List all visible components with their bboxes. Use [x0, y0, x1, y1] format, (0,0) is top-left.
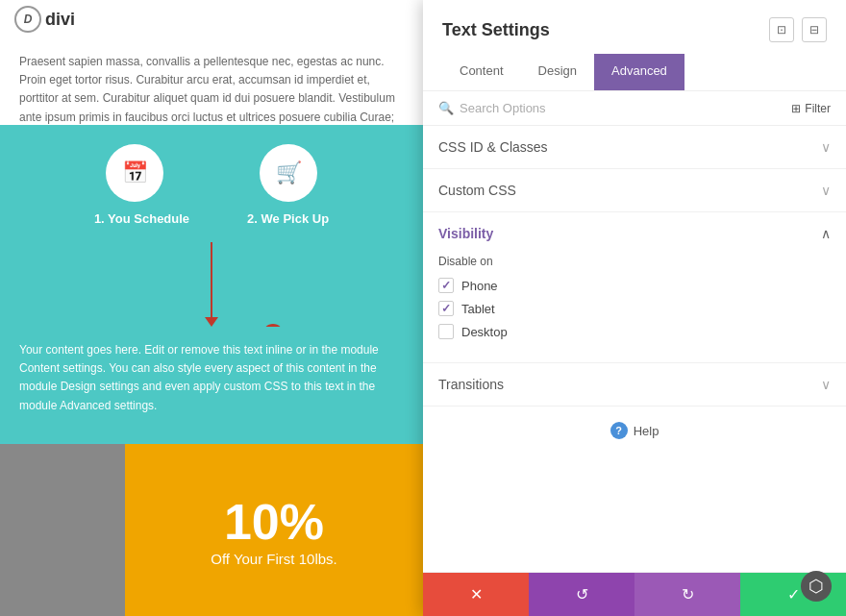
- arrow-down: [211, 242, 212, 319]
- panel-footer: ✕ ↺ ↻ ✓: [423, 572, 846, 616]
- panel-body: 🔍 Search Options ⊞ Filter CSS ID & Class…: [423, 91, 846, 572]
- search-bar: 🔍 Search Options ⊞ Filter: [423, 91, 846, 126]
- app-name: divi: [45, 10, 75, 30]
- panel-title-row: Text Settings ⊡ ⊟: [442, 17, 827, 42]
- help-icon: ?: [610, 422, 628, 439]
- panel-tabs: Content Design Advanced: [442, 54, 827, 90]
- tablet-check-icon: ✓: [441, 302, 451, 315]
- calendar-icon-circle: 📅: [106, 144, 163, 202]
- panel-header: Text Settings ⊡ ⊟ Content Design Advance…: [423, 0, 846, 91]
- panel-title: Text Settings: [442, 20, 550, 40]
- website-body-text: Your content goes here. Edit or remove t…: [0, 327, 423, 430]
- css-id-classes-row[interactable]: CSS ID & Classes ∨: [423, 126, 846, 169]
- panel-icon-btn-2[interactable]: ⊟: [802, 17, 827, 42]
- redo-button[interactable]: ↻: [634, 573, 740, 616]
- visibility-chevron-icon: ∧: [821, 226, 831, 241]
- divi-logo: D divi: [14, 6, 75, 33]
- custom-css-row[interactable]: Custom CSS ∨: [423, 169, 846, 212]
- transitions-label: Transitions: [438, 377, 504, 392]
- tablet-label: Tablet: [461, 302, 495, 316]
- step1-label: 1. You Schedule: [94, 211, 189, 226]
- desktop-label: Desktop: [461, 325, 508, 339]
- css-id-classes-label: CSS ID & Classes: [438, 139, 548, 155]
- cart-icon-circle: 🛒: [260, 144, 317, 202]
- tab-design[interactable]: Design: [521, 54, 594, 90]
- undo-button[interactable]: ↺: [529, 573, 634, 616]
- divi-logo-circle: D: [14, 6, 41, 33]
- visibility-section: Visibility ∧ Disable on ✓ Phone ✓ T: [423, 212, 846, 363]
- visibility-body: Disable on ✓ Phone ✓ Tablet: [423, 255, 846, 362]
- custom-css-chevron-icon: ∨: [821, 183, 831, 198]
- tablet-checkbox-item: ✓ Tablet: [438, 301, 831, 316]
- orange-section: 10% Off Your First 10lbs.: [125, 444, 423, 616]
- tablet-checkbox[interactable]: ✓: [438, 301, 454, 316]
- desktop-checkbox-item: ✓ Desktop: [438, 324, 831, 339]
- filter-label: Filter: [805, 102, 831, 115]
- icon-row: 📅 🛒: [106, 144, 317, 202]
- phone-label: Phone: [461, 279, 498, 293]
- step2-label: 2. We Pick Up: [247, 211, 329, 226]
- logo-letter: D: [24, 12, 33, 26]
- save-icon: ✓: [787, 585, 800, 604]
- filter-icon: ⊞: [791, 102, 801, 115]
- phone-check-icon: ✓: [441, 279, 451, 292]
- cancel-button[interactable]: ✕: [423, 573, 529, 616]
- visibility-header[interactable]: Visibility ∧: [423, 212, 846, 255]
- disable-on-label: Disable on: [438, 255, 831, 268]
- filter-button[interactable]: ⊞ Filter: [791, 102, 831, 115]
- text-settings-panel: Text Settings ⊡ ⊟ Content Design Advance…: [423, 0, 846, 616]
- grey-section: [0, 444, 125, 616]
- redo-icon: ↻: [682, 585, 694, 604]
- help-label: Help: [634, 424, 659, 438]
- search-placeholder: Search Options: [460, 101, 546, 115]
- custom-css-label: Custom CSS: [438, 183, 516, 198]
- body-text: Your content goes here. Edit or remove t…: [19, 343, 379, 412]
- undo-icon: ↺: [576, 585, 588, 604]
- floating-btn-icon: ⬡: [809, 576, 824, 597]
- off-text: Off Your First 10lbs.: [211, 551, 336, 567]
- transitions-row[interactable]: Transitions ∨: [423, 363, 846, 407]
- help-row[interactable]: ? Help: [423, 407, 846, 455]
- search-bar-left: 🔍 Search Options: [438, 101, 546, 115]
- css-id-chevron-icon: ∨: [821, 139, 831, 155]
- floating-action-button[interactable]: ⬡: [801, 571, 832, 602]
- cancel-icon: ✕: [470, 585, 483, 604]
- tab-content[interactable]: Content: [442, 54, 521, 90]
- panel-icon-btn-1[interactable]: ⊡: [769, 17, 794, 42]
- panel-header-icons: ⊡ ⊟: [769, 17, 827, 42]
- phone-checkbox[interactable]: ✓: [438, 278, 454, 293]
- search-icon: 🔍: [438, 101, 454, 115]
- percent-text: 10%: [224, 493, 324, 551]
- desktop-checkbox[interactable]: ✓: [438, 324, 454, 339]
- phone-checkbox-item: ✓ Phone: [438, 278, 831, 293]
- divi-header: D divi: [0, 0, 423, 38]
- step-labels: 1. You Schedule 2. We Pick Up: [94, 211, 329, 226]
- tab-advanced[interactable]: Advanced: [594, 54, 684, 90]
- transitions-chevron-icon: ∨: [821, 377, 831, 392]
- visibility-label: Visibility: [438, 226, 493, 241]
